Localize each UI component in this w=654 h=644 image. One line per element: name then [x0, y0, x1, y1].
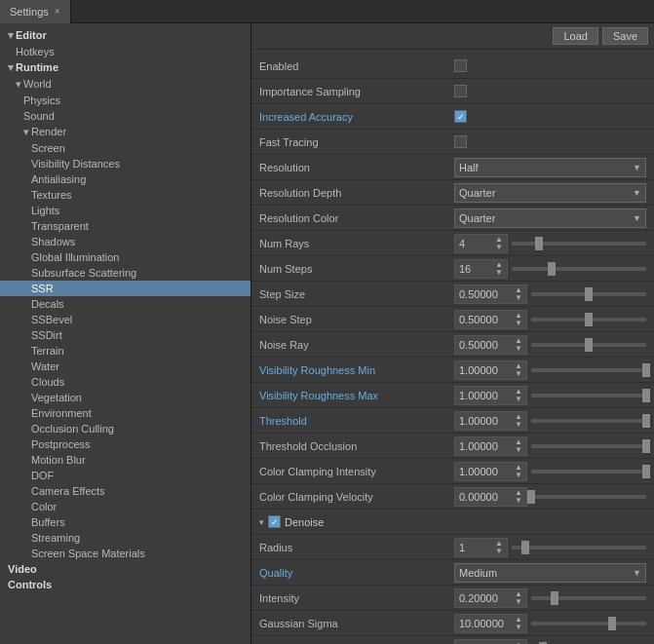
slider-threshold-occlusion[interactable]: [531, 439, 646, 453]
num-input-color-clamping-intensity[interactable]: 1.00000 ▲▼: [454, 462, 527, 481]
num-input-color-clamping-velocity[interactable]: 0.00000 ▲▼: [454, 487, 527, 507]
slider-radius[interactable]: [512, 541, 646, 554]
setting-row-quality: Quality Medium ▼: [251, 560, 654, 586]
setting-control-visibility-roughness-max: 1.00000 ▲▼: [454, 386, 646, 405]
slider-gaussian-sigma[interactable]: [531, 617, 646, 630]
sidebar-item-render[interactable]: ▾Render: [0, 124, 250, 140]
sidebar-item-clouds[interactable]: Clouds: [0, 374, 250, 390]
dropdown-quality[interactable]: Medium ▼: [454, 563, 646, 583]
slider-noise-step[interactable]: [531, 313, 646, 326]
slider-visibility-roughness-max[interactable]: [531, 389, 646, 402]
sidebar-item-video[interactable]: Video: [0, 561, 250, 577]
slider-color-clamping-intensity[interactable]: [531, 465, 646, 478]
sidebar-item-motion-blur[interactable]: Motion Blur: [0, 452, 250, 468]
sidebar-label-runtime: Runtime: [16, 61, 58, 73]
checkbox-importance-sampling[interactable]: [454, 85, 467, 97]
sidebar-item-occlusion-culling[interactable]: Occlusion Culling: [0, 421, 250, 436]
num-input-threshold-occlusion[interactable]: 1.00000 ▲▼: [454, 436, 527, 456]
dropdown-resolution-depth[interactable]: Quarter ▼: [454, 183, 646, 203]
load-button[interactable]: Load: [553, 27, 597, 45]
sidebar-item-runtime[interactable]: ▾Runtime: [0, 59, 250, 76]
sidebar-item-textures[interactable]: Textures: [0, 187, 250, 203]
sidebar-item-hotkeys[interactable]: Hotkeys: [0, 44, 250, 59]
settings-tab[interactable]: Settings ×: [0, 0, 71, 23]
setting-control-enabled: [454, 59, 646, 72]
dropdown-resolution-color[interactable]: Quarter ▼: [454, 208, 646, 228]
dropdown-resolution[interactable]: Half ▼: [454, 158, 646, 177]
sidebar-item-lights[interactable]: Lights: [0, 203, 250, 218]
sidebar-item-camera-effects[interactable]: Camera Effects: [0, 483, 250, 499]
sidebar-item-ssr[interactable]: SSR: [0, 281, 250, 296]
setting-row-num-rays: Num Rays 4 ▲▼: [251, 231, 654, 256]
setting-row-importance-sampling: Importance Sampling: [251, 79, 654, 104]
sidebar-item-buffers[interactable]: Buffers: [0, 514, 250, 530]
sidebar-item-color[interactable]: Color: [0, 499, 250, 514]
num-input-noise-step[interactable]: 0.50000 ▲▼: [454, 310, 527, 329]
sidebar-label-occlusion-culling: Occlusion Culling: [31, 423, 114, 435]
denoise-checkbox[interactable]: [268, 515, 281, 528]
sidebar-item-visibility-distances[interactable]: Visibility Distances: [0, 156, 250, 171]
num-input-visibility-roughness-max[interactable]: 1.00000 ▲▼: [454, 386, 527, 405]
num-input-threshold[interactable]: 1.00000 ▲▼: [454, 411, 527, 431]
num-input-threshold-denoise[interactable]: 0.10000 ▲▼: [454, 639, 527, 645]
sidebar-label-motion-blur: Motion Blur: [31, 454, 86, 466]
slider-step-size[interactable]: [531, 287, 646, 301]
num-input-noise-ray[interactable]: 0.50000 ▲▼: [454, 335, 527, 355]
setting-label-importance-sampling: Importance Sampling: [259, 86, 454, 97]
slider-color-clamping-velocity[interactable]: [531, 490, 646, 504]
setting-control-noise-step: 0.50000 ▲▼: [454, 310, 646, 329]
setting-label-step-size: Step Size: [259, 288, 454, 300]
sidebar-item-sound[interactable]: Sound: [0, 108, 250, 124]
sidebar-item-screen-space-materials[interactable]: Screen Space Materials: [0, 546, 250, 561]
num-input-step-size[interactable]: 0.50000 ▲▼: [454, 284, 527, 304]
setting-row-enabled: Enabled: [251, 54, 654, 79]
slider-num-rays[interactable]: [512, 237, 646, 250]
sidebar-item-ssdirt[interactable]: SSDirt: [0, 327, 250, 343]
sidebar-item-physics[interactable]: Physics: [0, 93, 250, 108]
sidebar-item-antialiasing[interactable]: Antialiasing: [0, 171, 250, 187]
sidebar-item-decals[interactable]: Decals: [0, 296, 250, 312]
sidebar-item-transparent[interactable]: Transparent: [0, 218, 250, 234]
sidebar-item-editor[interactable]: ▾Editor: [0, 27, 250, 44]
num-input-num-rays[interactable]: 4 ▲▼: [454, 234, 508, 253]
save-button[interactable]: Save: [602, 27, 648, 45]
slider-num-steps[interactable]: [512, 262, 646, 276]
sidebar-label-editor: Editor: [16, 29, 47, 41]
tree-arrow-runtime: ▾: [8, 61, 14, 73]
tab-label: Settings: [10, 6, 49, 18]
sidebar-label-decals: Decals: [31, 298, 64, 310]
slider-threshold[interactable]: [531, 414, 646, 428]
sidebar-item-terrain[interactable]: Terrain: [0, 343, 250, 359]
setting-label-threshold-occlusion: Threshold Occlusion: [259, 440, 454, 452]
slider-intensity[interactable]: [531, 591, 646, 605]
sidebar-item-world[interactable]: ▾World: [0, 76, 250, 93]
num-input-gaussian-sigma[interactable]: 10.00000 ▲▼: [454, 614, 527, 633]
sidebar-item-vegetation[interactable]: Vegetation: [0, 390, 250, 405]
setting-control-threshold-occlusion: 1.00000 ▲▼: [454, 436, 646, 456]
sidebar-item-water[interactable]: Water: [0, 359, 250, 374]
num-input-intensity[interactable]: 0.20000 ▲▼: [454, 588, 527, 608]
slider-noise-ray[interactable]: [531, 338, 646, 352]
setting-label-resolution-depth: Resolution Depth: [259, 187, 454, 199]
sidebar-item-postprocess[interactable]: Postprocess: [0, 436, 250, 452]
sidebar-item-ssbevel[interactable]: SSBevel: [0, 312, 250, 327]
checkbox-increased-accuracy[interactable]: [454, 110, 467, 123]
checkbox-fast-tracing[interactable]: [454, 135, 467, 148]
checkbox-enabled[interactable]: [454, 59, 467, 72]
num-input-visibility-roughness-min[interactable]: 1.00000 ▲▼: [454, 360, 527, 380]
slider-visibility-roughness-min[interactable]: [531, 363, 646, 377]
sidebar-item-shadows[interactable]: Shadows: [0, 234, 250, 249]
setting-row-threshold: Threshold 1.00000 ▲▼: [251, 408, 654, 434]
num-input-num-steps[interactable]: 16 ▲▼: [454, 259, 508, 279]
num-input-radius[interactable]: 1 ▲▼: [454, 538, 508, 557]
setting-control-num-rays: 4 ▲▼: [454, 234, 646, 253]
sidebar-item-streaming[interactable]: Streaming: [0, 530, 250, 546]
sidebar-item-environment[interactable]: Environment: [0, 405, 250, 421]
sidebar-item-screen[interactable]: Screen: [0, 140, 250, 156]
denoise-arrow[interactable]: ▾: [259, 517, 264, 527]
sidebar-item-controls[interactable]: Controls: [0, 577, 250, 592]
sidebar-item-dof[interactable]: DOF: [0, 468, 250, 483]
sidebar-item-subsurface-scattering[interactable]: Subsurface Scattering: [0, 265, 250, 281]
sidebar-item-global-illumination[interactable]: Global Illumination: [0, 249, 250, 265]
tab-close-icon[interactable]: ×: [55, 6, 60, 17]
